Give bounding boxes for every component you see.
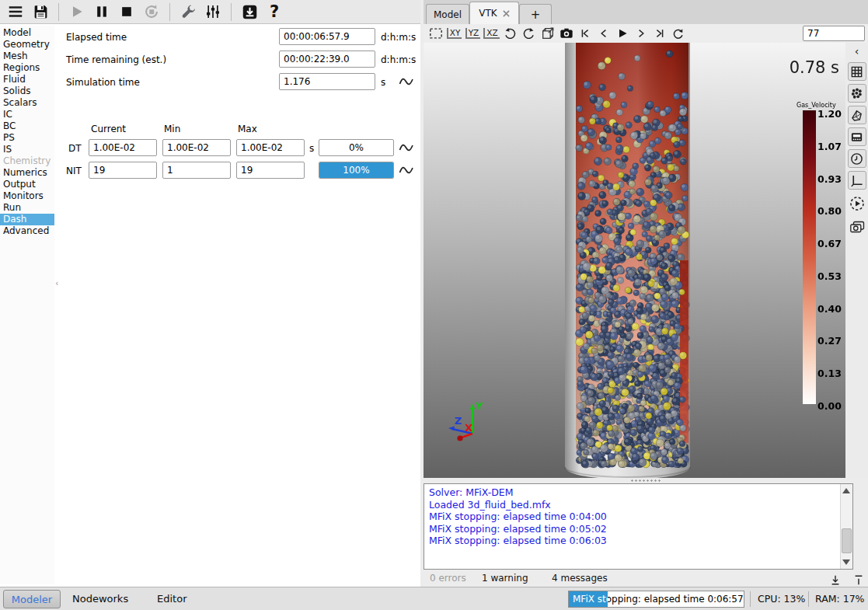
sidebar-item[interactable]: Scalars <box>0 97 54 109</box>
collapse-panel-icon[interactable]: ‹ <box>855 45 859 59</box>
time-remaining-field[interactable] <box>279 51 375 68</box>
scroll-to-bottom-button[interactable] <box>828 571 843 585</box>
run-button[interactable] <box>64 2 89 23</box>
sidebar-item[interactable]: Run <box>0 202 54 214</box>
console-status-row: 0 errors 1 warning 4 messages <box>424 570 868 587</box>
col-header-current: Current <box>91 124 126 134</box>
plot-icon[interactable] <box>399 75 416 87</box>
tab-model[interactable]: Model <box>426 4 469 24</box>
plot-icon[interactable] <box>399 164 416 176</box>
snapshot-button[interactable] <box>848 218 866 236</box>
grid-cells-button[interactable] <box>848 62 866 81</box>
nit-min-field[interactable] <box>162 162 231 179</box>
nit-progress-label: 100% <box>319 165 393 176</box>
reload-frames-button[interactable] <box>670 26 686 41</box>
next-frame-button[interactable] <box>633 26 649 41</box>
nit-current-field[interactable] <box>89 162 157 179</box>
perspective-button[interactable] <box>539 26 556 41</box>
frame-number-input[interactable] <box>803 26 865 41</box>
view-yz-button[interactable]: YZ <box>465 26 481 41</box>
console-output[interactable]: Solver: MFiX-DEMLoaded 3d_fluid_bed.mfxM… <box>424 483 853 570</box>
geometry-button[interactable] <box>848 106 866 124</box>
geometry-icon <box>850 109 863 122</box>
sidebar-item[interactable]: IC <box>0 109 54 120</box>
console-splitter-handle[interactable] <box>630 479 661 483</box>
build-button[interactable] <box>176 2 200 23</box>
dt-progress-label: 0% <box>319 142 393 153</box>
sidebar-item[interactable]: Geometry <box>0 39 54 51</box>
reset-button[interactable] <box>139 2 164 23</box>
nit-max-field[interactable] <box>236 162 305 179</box>
sidebar-item[interactable]: Advanced <box>0 225 54 237</box>
console-line: Loaded 3d_fluid_bed.mfx <box>429 499 848 511</box>
scroll-down-arrow[interactable] <box>842 559 850 565</box>
scroll-to-top-icon <box>853 574 864 586</box>
sidebar-item[interactable]: Output <box>0 179 54 190</box>
plot-icon[interactable] <box>399 141 416 153</box>
sidebar-item[interactable]: IS <box>0 144 54 155</box>
sliders-icon <box>205 4 221 19</box>
scalar-bar-button[interactable] <box>848 127 866 146</box>
axes-toggle-button[interactable] <box>848 171 866 190</box>
particles-icon <box>850 87 863 100</box>
camera-button[interactable] <box>558 26 574 41</box>
close-icon[interactable] <box>503 10 510 17</box>
mode-button-nodeworks[interactable]: Nodeworks <box>72 587 128 610</box>
time-display-button[interactable] <box>848 149 866 168</box>
save-button[interactable] <box>28 2 53 23</box>
sidebar-item[interactable]: Mesh <box>0 51 54 62</box>
pane-splitter-handle[interactable]: ‹ <box>55 278 58 288</box>
sidebar-item[interactable]: BC <box>0 120 54 132</box>
rotate-left-icon <box>504 27 517 40</box>
colorbar-tick-label: 0.40 <box>817 304 845 314</box>
cpu-usage: CPU: 13% <box>758 587 805 610</box>
snapshot-icon <box>849 219 865 235</box>
view-xz-button[interactable]: XZ <box>483 26 500 41</box>
last-frame-button[interactable] <box>651 26 668 41</box>
mode-button-editor[interactable]: Editor <box>157 587 186 610</box>
dt-current-field[interactable] <box>89 139 157 156</box>
fit-view-button[interactable] <box>427 26 444 41</box>
sidebar-item[interactable]: Dash <box>0 214 54 225</box>
menu-button[interactable] <box>3 2 28 23</box>
sidebar-item[interactable]: Regions <box>0 62 54 74</box>
settings-button[interactable] <box>200 2 225 23</box>
warning-count[interactable]: 1 warning <box>482 573 528 584</box>
sidebar-item[interactable]: Fluid <box>0 74 54 85</box>
sidebar-item[interactable]: Solids <box>0 85 54 97</box>
dt-min-field[interactable] <box>162 139 231 156</box>
sidebar-item[interactable]: PS <box>0 132 54 144</box>
sidebar-item[interactable]: Monitors <box>0 190 54 202</box>
tab-add[interactable]: + <box>519 4 552 24</box>
sidebar-item[interactable]: Chemistry <box>0 155 54 167</box>
elapsed-time-field[interactable] <box>279 28 375 45</box>
pause-button[interactable] <box>89 2 114 23</box>
view-tab-bar: Model VTK + <box>424 0 868 24</box>
first-frame-button[interactable] <box>577 26 593 41</box>
sidebar-item[interactable]: Numerics <box>0 167 54 179</box>
simulation-time-label: Simulation time <box>66 77 140 88</box>
record-video-button[interactable] <box>848 194 866 213</box>
vtk-3d-view[interactable]: 0.78 s Gas_Velocity 1.201.070.930.800.67… <box>424 43 845 478</box>
view-xy-button[interactable]: XY <box>446 26 462 41</box>
elapsed-time-label: Elapsed time <box>66 32 127 43</box>
export-button[interactable] <box>237 2 262 23</box>
stop-button[interactable] <box>114 2 139 23</box>
tab-vtk[interactable]: VTK <box>469 2 519 24</box>
scrollbar-thumb[interactable] <box>842 528 852 553</box>
mode-button-modeler[interactable]: Modeler <box>3 590 61 608</box>
sidebar-item[interactable]: Model <box>0 27 54 39</box>
rotate-right-button[interactable] <box>521 26 537 41</box>
rotate-left-button[interactable] <box>502 26 518 41</box>
dt-max-field[interactable] <box>236 139 305 156</box>
message-count[interactable]: 4 messages <box>552 573 608 584</box>
help-button[interactable]: ? <box>262 2 287 23</box>
console-scrollbar[interactable] <box>840 484 852 569</box>
play-frames-button[interactable] <box>614 26 630 41</box>
particles-button[interactable] <box>848 84 866 103</box>
prev-frame-button[interactable] <box>595 26 612 41</box>
simulation-time-field[interactable] <box>279 73 375 90</box>
scroll-up-arrow[interactable] <box>842 488 850 493</box>
last-frame-icon <box>654 27 666 40</box>
scroll-to-top-button[interactable] <box>851 571 866 585</box>
